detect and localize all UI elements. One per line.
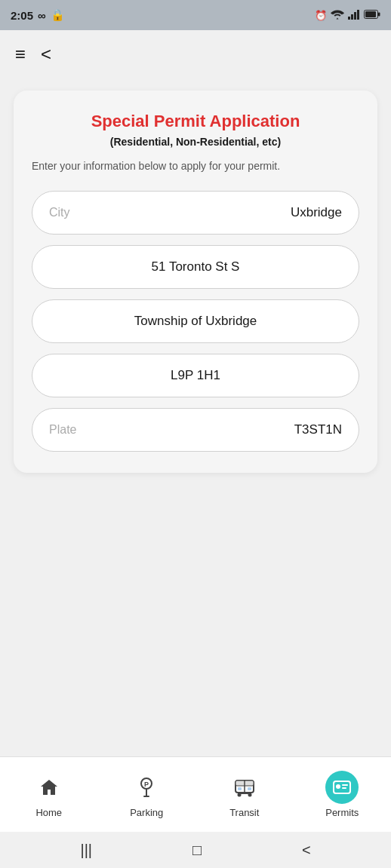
- address-value: 51 Toronto St S: [49, 259, 342, 275]
- transit-icon-container: [228, 771, 261, 804]
- bottom-nav: Home P Parking: [0, 756, 391, 832]
- voicemail-icon: ∞: [38, 9, 46, 22]
- permits-icon-container: [325, 771, 359, 804]
- android-home-button[interactable]: □: [192, 842, 202, 859]
- android-menu-button[interactable]: |||: [80, 842, 92, 859]
- permits-label: Permits: [325, 807, 359, 818]
- status-bar-right: ⏰: [315, 9, 380, 22]
- svg-rect-5: [365, 11, 376, 17]
- lock-icon: 🔒: [51, 8, 65, 22]
- plate-field[interactable]: Plate T3ST1N: [32, 408, 359, 452]
- android-back-button[interactable]: <: [302, 842, 311, 859]
- menu-button[interactable]: ≡: [15, 45, 26, 63]
- permits-icon: [331, 777, 353, 798]
- battery-icon: [364, 10, 380, 21]
- svg-rect-15: [238, 793, 251, 794]
- signal-icon: [348, 9, 360, 22]
- svg-rect-3: [357, 10, 359, 20]
- home-icon-container: [32, 771, 66, 804]
- top-nav: ≡ <: [0, 30, 391, 78]
- parking-label: Parking: [130, 807, 163, 818]
- svg-rect-1: [351, 14, 353, 20]
- svg-rect-22: [342, 787, 346, 789]
- address-field[interactable]: 51 Toronto St S: [32, 245, 359, 289]
- svg-point-20: [336, 784, 340, 789]
- transit-label: Transit: [229, 807, 259, 818]
- svg-rect-17: [238, 787, 242, 790]
- svg-text:P: P: [144, 781, 149, 788]
- city-value: Uxbridge: [291, 205, 342, 220]
- permit-card: Special Permit Application (Residential,…: [14, 90, 377, 473]
- nav-item-home[interactable]: Home: [0, 771, 98, 818]
- parking-icon-container: P: [130, 771, 163, 804]
- status-bar-left: 2:05 ∞ 🔒: [11, 8, 65, 22]
- nav-item-parking[interactable]: P Parking: [98, 771, 196, 818]
- status-bar: 2:05 ∞ 🔒 ⏰: [0, 0, 391, 30]
- township-value: Township of Uxbridge: [49, 314, 342, 329]
- postal-value: L9P 1H1: [49, 368, 342, 383]
- city-label: City: [49, 206, 70, 219]
- plate-value: T3ST1N: [294, 422, 342, 437]
- postal-field[interactable]: L9P 1H1: [32, 354, 359, 397]
- card-subtitle: (Residential, Non-Residential, etc): [32, 136, 359, 148]
- card-title: Special Permit Application: [32, 112, 359, 131]
- main-content: Special Permit Application (Residential,…: [0, 78, 391, 756]
- alarm-icon: ⏰: [315, 10, 327, 21]
- city-field[interactable]: City Uxbridge: [32, 191, 359, 235]
- home-label: Home: [35, 807, 62, 818]
- card-description: Enter your information below to apply fo…: [32, 158, 359, 174]
- nav-item-transit[interactable]: Transit: [196, 771, 294, 818]
- svg-rect-21: [342, 784, 348, 786]
- svg-rect-18: [248, 787, 251, 790]
- home-icon: [38, 777, 60, 798]
- parking-icon: P: [135, 776, 158, 799]
- android-bar: ||| □ <: [0, 832, 391, 868]
- wifi-icon: [331, 9, 344, 22]
- svg-rect-6: [378, 12, 380, 16]
- township-field[interactable]: Township of Uxbridge: [32, 299, 359, 343]
- nav-item-permits[interactable]: Permits: [294, 771, 392, 818]
- svg-rect-9: [146, 789, 147, 796]
- svg-rect-10: [143, 796, 149, 797]
- plate-label: Plate: [49, 423, 76, 437]
- transit-icon: [233, 777, 256, 798]
- svg-rect-2: [354, 12, 356, 20]
- time-display: 2:05: [11, 9, 33, 22]
- back-button[interactable]: <: [41, 45, 51, 63]
- svg-rect-0: [348, 17, 350, 20]
